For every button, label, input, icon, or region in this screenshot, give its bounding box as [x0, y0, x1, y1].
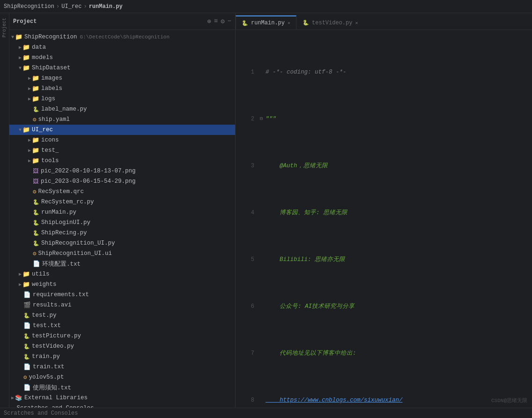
tree-item-results-avi[interactable]: 🎬 results.avi: [9, 300, 235, 310]
tab-testvideo[interactable]: 🐍 testVideo.py ✕: [296, 15, 364, 30]
test-txt-label: test.txt: [33, 322, 61, 329]
tree-item-images[interactable]: ▶ 📁 images: [9, 73, 235, 83]
models-folder-icon: 📁: [22, 54, 30, 61]
tree-root[interactable]: ▼ 📁 ShipRecognition G:\DetectCode\ShipRe…: [9, 32, 235, 42]
tree-item-ship-yaml[interactable]: ⚙ ship.yaml: [9, 114, 235, 125]
tree-item-env-config[interactable]: 📄 环境配置.txt: [9, 259, 235, 269]
test-py-icon: 🐍: [23, 313, 30, 319]
tree-item-shiprecognition-ui-py[interactable]: 🐍 ShipRecognition_UI.py: [9, 238, 235, 248]
utils-arrow: ▶: [19, 271, 22, 277]
line-num-3: 3: [241, 161, 258, 171]
tree-item-labels[interactable]: ▶ 📁 labels: [9, 83, 235, 94]
line-num-4: 4: [241, 208, 258, 217]
tree-item-logs[interactable]: ▶ 📁 logs: [9, 94, 235, 104]
tree-item-tools[interactable]: ▶ 📁 tools: [9, 156, 235, 166]
shipdataset-folder-icon: 📁: [22, 64, 30, 72]
tree-item-train-py[interactable]: 🐍 train.py: [9, 351, 235, 362]
testvideo-label: testVideo.py: [32, 343, 74, 350]
watermark: CSDN@思绪无限: [491, 397, 527, 404]
test--label: test_: [41, 147, 59, 154]
shiprecing-icon: 🐍: [33, 230, 39, 236]
train-txt-label: train.txt: [33, 364, 65, 370]
requirements-label: requirements.txt: [33, 291, 89, 298]
shiprecing-label: ShipRecing.py: [41, 230, 87, 236]
tree-item-yolov5s[interactable]: ⚙ yolov5s.pt: [9, 372, 235, 382]
breadcrumb-ui-rec[interactable]: UI_rec: [61, 3, 81, 10]
tree-item-shiploginui[interactable]: 🐍 ShipLoginUI.py: [9, 217, 235, 228]
main-layout: Project Project ⊕ ≡ ⚙ − ▼ 📁 ShipRecognit…: [0, 13, 532, 408]
images-arrow: ▶: [28, 75, 31, 81]
breadcrumb-project[interactable]: ShipRecognition: [4, 3, 54, 10]
ui-rec-folder-icon: 📁: [22, 126, 30, 134]
tree-item-runmain[interactable]: 🐍 runMain.py: [9, 207, 235, 217]
fold-icon-2[interactable]: ⊟: [260, 114, 263, 124]
tree-item-shipdataset[interactable]: ▼ 📁 ShipDataset: [9, 63, 235, 73]
tree-item-recsystem-rc[interactable]: 🐍 RecSystem_rc.py: [9, 197, 235, 207]
breadcrumb-active-file[interactable]: runMain.py: [89, 3, 123, 10]
labels-arrow: ▶: [28, 86, 31, 91]
test--arrow: ▶: [28, 148, 31, 153]
tree-item-usage[interactable]: 📄 使用须知.txt: [9, 382, 235, 393]
line-num-5: 5: [241, 255, 258, 264]
utils-folder-icon: 📁: [22, 270, 30, 278]
minimize-icon[interactable]: −: [228, 17, 231, 25]
ext-libs-arrow: ▶: [11, 395, 14, 401]
tree-item-weights[interactable]: ▶ 📁 weights: [9, 279, 235, 290]
pic1-icon: 🖼: [33, 168, 39, 175]
ship-yaml-label: ship.yaml: [38, 116, 70, 123]
code-content: 1 # -*- coding: utf-8 -*- 2 ⊟ """ 3 @Aut…: [236, 30, 532, 408]
testvideo-tab-close[interactable]: ✕: [355, 20, 358, 26]
weights-label: weights: [32, 281, 57, 288]
tree-item-test-py[interactable]: 🐍 test.py: [9, 310, 235, 321]
tree-item-ui-rec[interactable]: ▼ 📁 UI_rec: [9, 125, 235, 135]
settings-icon[interactable]: ⚙: [221, 17, 224, 25]
code-line-7: 7 代码地址见以下博客中给出:: [241, 349, 532, 358]
line-num-2: 2: [241, 114, 258, 124]
tree-item-testpicture[interactable]: 🐍 testPicture.py: [9, 331, 235, 341]
tree-item-models[interactable]: ▶ 📁 models: [9, 52, 235, 63]
bottom-bar: Scratches and Consoles: [0, 408, 532, 418]
env-config-icon: 📄: [33, 260, 40, 268]
weights-arrow: ▶: [19, 282, 22, 287]
code-line-4: 4 博客园、知乎: 思绪无限: [241, 208, 532, 217]
icons-arrow: ▶: [28, 137, 31, 143]
usage-icon: 📄: [23, 384, 31, 391]
tree-item-label-name[interactable]: 🐍 label_name.py: [9, 104, 235, 114]
usage-label: 使用须知.txt: [33, 384, 71, 392]
tree-item-recsystem-qrc[interactable]: ⚙ RecSystem.qrc: [9, 187, 235, 197]
left-tab: Project: [0, 13, 9, 408]
code-line-3: 3 @Auth，思绪无限: [241, 161, 532, 171]
tree-item-train-txt[interactable]: 📄 train.txt: [9, 362, 235, 372]
models-arrow: ▶: [19, 55, 22, 60]
tree-item-utils[interactable]: ▶ 📁 utils: [9, 269, 235, 279]
tree-item-scratches[interactable]: ✏ Scratches and Consoles: [9, 403, 235, 408]
testvideo-icon: 🐍: [23, 343, 30, 350]
results-avi-label: results.avi: [33, 302, 72, 308]
tab-runmain[interactable]: 🐍 runMain.py ✕: [236, 15, 296, 30]
file-tree[interactable]: ▼ 📁 ShipRecognition G:\DetectCode\ShipRe…: [9, 30, 235, 408]
tree-item-testvideo[interactable]: 🐍 testVideo.py: [9, 341, 235, 351]
data-folder-icon: 📁: [22, 44, 30, 51]
tree-item-test-txt[interactable]: 📄 test.txt: [9, 321, 235, 331]
code-editor[interactable]: 1 # -*- coding: utf-8 -*- 2 ⊟ """ 3 @Aut…: [236, 30, 532, 408]
line-num-1: 1: [241, 67, 258, 77]
pic1-label: pic_2022-08-10-18-13-07.png: [41, 168, 136, 174]
tree-item-shiprecognition-ui-ui[interactable]: ⚙ ShipRecognition_UI.ui: [9, 248, 235, 259]
title-bar: ShipRecognition › UI_rec › runMain.py: [0, 0, 532, 13]
tree-item-pic2[interactable]: 🖼 pic_2023-03-06-15-54-29.png: [9, 176, 235, 187]
root-arrow: ▼: [11, 35, 14, 40]
tree-item-test-[interactable]: ▶ 📁 test_: [9, 145, 235, 156]
tree-item-icons[interactable]: ▶ 📁 icons: [9, 135, 235, 145]
logs-folder-icon: 📁: [32, 95, 39, 103]
line-content-6: 公众号: AI技术研究与分享: [266, 302, 532, 311]
tree-item-shiprecing[interactable]: 🐍 ShipRecing.py: [9, 228, 235, 238]
tree-item-requirements[interactable]: 📄 requirements.txt: [9, 290, 235, 300]
scratches-bottom-label: Scratches and Consoles: [4, 410, 78, 417]
collapse-icon[interactable]: ≡: [214, 17, 218, 25]
locate-icon[interactable]: ⊕: [207, 17, 211, 25]
tree-item-external-libs[interactable]: ▶ 📚 External Libraries: [9, 393, 235, 403]
tree-item-data[interactable]: ▶ 📁 data: [9, 42, 235, 52]
line-content-4: 博客园、知乎: 思绪无限: [266, 208, 532, 217]
tree-item-pic1[interactable]: 🖼 pic_2022-08-10-18-13-07.png: [9, 166, 235, 176]
runmain-tab-close[interactable]: ✕: [288, 20, 290, 26]
